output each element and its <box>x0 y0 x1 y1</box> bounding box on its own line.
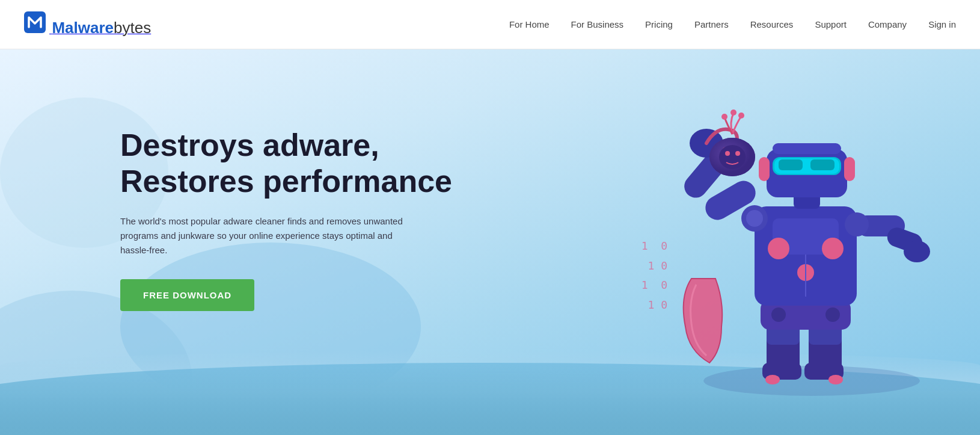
svg-rect-44 <box>779 159 803 170</box>
svg-point-38 <box>845 212 869 236</box>
hero-headline: Destroys adware, Restores performance <box>120 128 452 200</box>
hero-content: Destroys adware, Restores performance Th… <box>120 128 452 311</box>
svg-point-30 <box>719 145 746 169</box>
nav-support[interactable]: Support <box>815 19 847 29</box>
logo-malware: Malware <box>52 19 114 37</box>
svg-point-34 <box>738 113 744 119</box>
nav-partners[interactable]: Partners <box>694 19 729 29</box>
hero-section: Destroys adware, Restores performance Th… <box>0 49 980 435</box>
free-download-button[interactable]: FREE DOWNLOAD <box>120 279 254 311</box>
hero-robot-illustration <box>643 86 944 399</box>
svg-point-16 <box>822 238 844 259</box>
svg-point-31 <box>725 151 730 156</box>
svg-point-39 <box>904 241 930 262</box>
svg-point-5 <box>765 375 780 384</box>
nav-for-home[interactable]: For Home <box>509 19 550 29</box>
nav-sign-in[interactable]: Sign in <box>928 19 956 29</box>
logo[interactable]: Malwarebytes <box>24 11 151 37</box>
svg-point-9 <box>828 375 843 384</box>
svg-point-23 <box>746 210 763 227</box>
svg-point-35 <box>721 114 727 120</box>
svg-rect-45 <box>810 159 835 170</box>
svg-rect-47 <box>844 157 855 181</box>
svg-rect-50 <box>773 143 841 154</box>
logo-icon <box>24 11 46 33</box>
hero-subtext: The world's most popular adware cleaner … <box>120 214 421 258</box>
svg-point-15 <box>768 238 789 259</box>
nav-pricing[interactable]: Pricing <box>645 19 673 29</box>
main-nav: For Home For Business Pricing Partners R… <box>509 19 956 29</box>
svg-point-11 <box>771 307 786 322</box>
svg-point-33 <box>730 110 737 116</box>
svg-rect-46 <box>759 157 770 181</box>
svg-point-32 <box>735 151 740 156</box>
nav-resources[interactable]: Resources <box>750 19 794 29</box>
nav-company[interactable]: Company <box>868 19 907 29</box>
nav-for-business[interactable]: For Business <box>571 19 624 29</box>
svg-point-12 <box>825 307 840 322</box>
logo-bytes: bytes <box>114 19 151 37</box>
header: Malwarebytes For Home For Business Prici… <box>0 0 980 49</box>
